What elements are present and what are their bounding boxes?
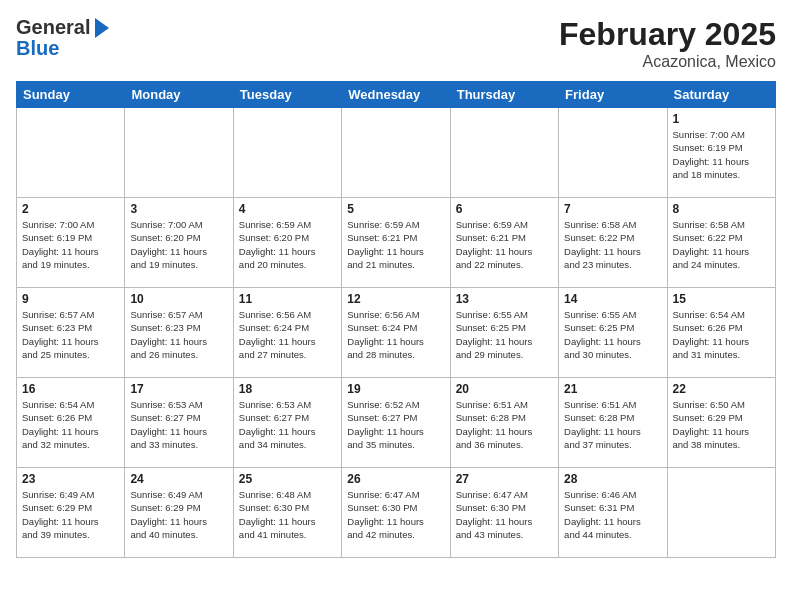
calendar-cell: 27Sunrise: 6:47 AM Sunset: 6:30 PM Dayli… [450,468,558,558]
calendar-cell: 7Sunrise: 6:58 AM Sunset: 6:22 PM Daylig… [559,198,667,288]
calendar-cell: 9Sunrise: 6:57 AM Sunset: 6:23 PM Daylig… [17,288,125,378]
weekday-header-thursday: Thursday [450,82,558,108]
weekday-header-saturday: Saturday [667,82,775,108]
page-header: General Blue February 2025 Acazonica, Me… [16,16,776,71]
calendar-cell: 28Sunrise: 6:46 AM Sunset: 6:31 PM Dayli… [559,468,667,558]
day-number: 16 [22,382,119,396]
day-number: 20 [456,382,553,396]
day-info: Sunrise: 6:47 AM Sunset: 6:30 PM Dayligh… [456,488,553,541]
day-number: 8 [673,202,770,216]
day-number: 10 [130,292,227,306]
day-number: 9 [22,292,119,306]
calendar-week-5: 23Sunrise: 6:49 AM Sunset: 6:29 PM Dayli… [17,468,776,558]
day-info: Sunrise: 7:00 AM Sunset: 6:20 PM Dayligh… [130,218,227,271]
day-info: Sunrise: 6:51 AM Sunset: 6:28 PM Dayligh… [456,398,553,451]
day-info: Sunrise: 6:56 AM Sunset: 6:24 PM Dayligh… [239,308,336,361]
calendar-cell: 10Sunrise: 6:57 AM Sunset: 6:23 PM Dayli… [125,288,233,378]
calendar-cell: 19Sunrise: 6:52 AM Sunset: 6:27 PM Dayli… [342,378,450,468]
day-info: Sunrise: 6:57 AM Sunset: 6:23 PM Dayligh… [130,308,227,361]
day-info: Sunrise: 6:57 AM Sunset: 6:23 PM Dayligh… [22,308,119,361]
calendar-cell: 8Sunrise: 6:58 AM Sunset: 6:22 PM Daylig… [667,198,775,288]
month-title: February 2025 [559,16,776,53]
calendar-week-3: 9Sunrise: 6:57 AM Sunset: 6:23 PM Daylig… [17,288,776,378]
day-number: 3 [130,202,227,216]
day-info: Sunrise: 6:49 AM Sunset: 6:29 PM Dayligh… [22,488,119,541]
day-number: 2 [22,202,119,216]
calendar-cell [559,108,667,198]
day-info: Sunrise: 6:53 AM Sunset: 6:27 PM Dayligh… [239,398,336,451]
logo: General Blue [16,16,109,60]
day-number: 22 [673,382,770,396]
calendar-table: SundayMondayTuesdayWednesdayThursdayFrid… [16,81,776,558]
calendar-cell: 22Sunrise: 6:50 AM Sunset: 6:29 PM Dayli… [667,378,775,468]
day-number: 12 [347,292,444,306]
calendar-week-1: 1Sunrise: 7:00 AM Sunset: 6:19 PM Daylig… [17,108,776,198]
day-info: Sunrise: 6:49 AM Sunset: 6:29 PM Dayligh… [130,488,227,541]
calendar-cell: 14Sunrise: 6:55 AM Sunset: 6:25 PM Dayli… [559,288,667,378]
day-info: Sunrise: 6:55 AM Sunset: 6:25 PM Dayligh… [456,308,553,361]
day-info: Sunrise: 6:59 AM Sunset: 6:21 PM Dayligh… [456,218,553,271]
calendar-cell: 23Sunrise: 6:49 AM Sunset: 6:29 PM Dayli… [17,468,125,558]
day-info: Sunrise: 6:55 AM Sunset: 6:25 PM Dayligh… [564,308,661,361]
day-number: 23 [22,472,119,486]
weekday-header-row: SundayMondayTuesdayWednesdayThursdayFrid… [17,82,776,108]
calendar-cell [17,108,125,198]
calendar-cell [667,468,775,558]
day-info: Sunrise: 6:48 AM Sunset: 6:30 PM Dayligh… [239,488,336,541]
calendar-cell: 5Sunrise: 6:59 AM Sunset: 6:21 PM Daylig… [342,198,450,288]
day-info: Sunrise: 6:56 AM Sunset: 6:24 PM Dayligh… [347,308,444,361]
day-info: Sunrise: 6:54 AM Sunset: 6:26 PM Dayligh… [22,398,119,451]
calendar-cell: 1Sunrise: 7:00 AM Sunset: 6:19 PM Daylig… [667,108,775,198]
weekday-header-friday: Friday [559,82,667,108]
day-number: 15 [673,292,770,306]
day-number: 5 [347,202,444,216]
calendar-cell: 15Sunrise: 6:54 AM Sunset: 6:26 PM Dayli… [667,288,775,378]
logo-blue-text: Blue [16,37,109,60]
day-number: 21 [564,382,661,396]
calendar-cell: 4Sunrise: 6:59 AM Sunset: 6:20 PM Daylig… [233,198,341,288]
calendar-cell: 20Sunrise: 6:51 AM Sunset: 6:28 PM Dayli… [450,378,558,468]
weekday-header-wednesday: Wednesday [342,82,450,108]
calendar-cell: 16Sunrise: 6:54 AM Sunset: 6:26 PM Dayli… [17,378,125,468]
calendar-cell [342,108,450,198]
day-info: Sunrise: 6:52 AM Sunset: 6:27 PM Dayligh… [347,398,444,451]
day-info: Sunrise: 6:59 AM Sunset: 6:21 PM Dayligh… [347,218,444,271]
day-number: 1 [673,112,770,126]
day-number: 14 [564,292,661,306]
day-info: Sunrise: 6:47 AM Sunset: 6:30 PM Dayligh… [347,488,444,541]
day-info: Sunrise: 7:00 AM Sunset: 6:19 PM Dayligh… [673,128,770,181]
day-number: 25 [239,472,336,486]
day-number: 27 [456,472,553,486]
calendar-cell: 2Sunrise: 7:00 AM Sunset: 6:19 PM Daylig… [17,198,125,288]
day-info: Sunrise: 6:46 AM Sunset: 6:31 PM Dayligh… [564,488,661,541]
calendar-cell: 13Sunrise: 6:55 AM Sunset: 6:25 PM Dayli… [450,288,558,378]
day-number: 18 [239,382,336,396]
calendar-cell: 3Sunrise: 7:00 AM Sunset: 6:20 PM Daylig… [125,198,233,288]
day-number: 7 [564,202,661,216]
calendar-cell: 17Sunrise: 6:53 AM Sunset: 6:27 PM Dayli… [125,378,233,468]
day-info: Sunrise: 6:59 AM Sunset: 6:20 PM Dayligh… [239,218,336,271]
day-number: 13 [456,292,553,306]
day-number: 17 [130,382,227,396]
calendar-cell: 25Sunrise: 6:48 AM Sunset: 6:30 PM Dayli… [233,468,341,558]
day-number: 6 [456,202,553,216]
day-number: 26 [347,472,444,486]
day-number: 19 [347,382,444,396]
day-number: 4 [239,202,336,216]
day-info: Sunrise: 6:53 AM Sunset: 6:27 PM Dayligh… [130,398,227,451]
day-number: 24 [130,472,227,486]
weekday-header-monday: Monday [125,82,233,108]
calendar-week-2: 2Sunrise: 7:00 AM Sunset: 6:19 PM Daylig… [17,198,776,288]
calendar-cell: 24Sunrise: 6:49 AM Sunset: 6:29 PM Dayli… [125,468,233,558]
day-info: Sunrise: 6:58 AM Sunset: 6:22 PM Dayligh… [673,218,770,271]
calendar-cell: 21Sunrise: 6:51 AM Sunset: 6:28 PM Dayli… [559,378,667,468]
location-subtitle: Acazonica, Mexico [559,53,776,71]
calendar-cell: 12Sunrise: 6:56 AM Sunset: 6:24 PM Dayli… [342,288,450,378]
day-info: Sunrise: 6:51 AM Sunset: 6:28 PM Dayligh… [564,398,661,451]
day-info: Sunrise: 6:50 AM Sunset: 6:29 PM Dayligh… [673,398,770,451]
calendar-cell: 26Sunrise: 6:47 AM Sunset: 6:30 PM Dayli… [342,468,450,558]
calendar-cell: 11Sunrise: 6:56 AM Sunset: 6:24 PM Dayli… [233,288,341,378]
weekday-header-tuesday: Tuesday [233,82,341,108]
day-number: 11 [239,292,336,306]
day-info: Sunrise: 6:54 AM Sunset: 6:26 PM Dayligh… [673,308,770,361]
